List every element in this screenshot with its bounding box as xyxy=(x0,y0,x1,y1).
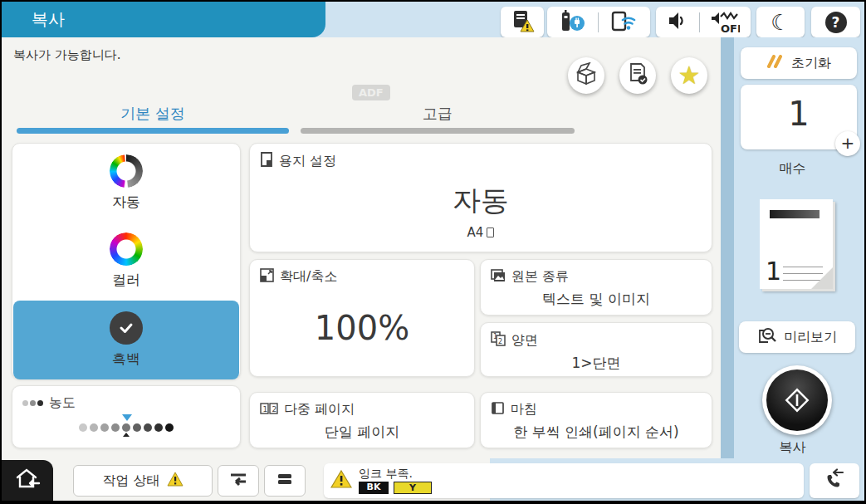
original-type-panel[interactable]: 원본 종류 텍스트 및 이미지 xyxy=(480,259,712,316)
sidebar-divider xyxy=(721,37,734,458)
multi-page-panel[interactable]: 1 2 다중 페이지 단일 페이지 xyxy=(249,392,475,448)
warning-triangle-icon xyxy=(167,472,183,490)
density-pointer-icon xyxy=(123,433,130,437)
increment-button[interactable]: + xyxy=(835,131,860,156)
tab-basic-settings[interactable]: 기본 설정 xyxy=(17,104,289,124)
interrupt-job-button[interactable] xyxy=(218,465,259,497)
start-button-label: 복사 xyxy=(721,439,864,457)
preview-label: 미리보기 xyxy=(784,329,837,346)
quiet-mode-off-icon: OFF xyxy=(710,10,740,35)
preview-button[interactable]: 미리보기 xyxy=(739,321,855,353)
presets-button[interactable] xyxy=(619,57,656,94)
start-diamond-icon xyxy=(780,384,814,417)
ink-chip-black: BK xyxy=(359,482,389,494)
job-status-button[interactable]: 작업 상태 xyxy=(73,465,213,497)
printer-status-button[interactable] xyxy=(264,465,306,497)
copies-count-field[interactable]: 1 + xyxy=(741,85,857,149)
original-type-label: 원본 종류 xyxy=(511,268,569,286)
preview-page-number: 1 xyxy=(766,257,781,286)
color-mode-color[interactable]: 컬러 xyxy=(12,222,240,300)
duplex-value: 1>단면 xyxy=(481,354,712,373)
help-button[interactable]: ? xyxy=(811,7,860,37)
reset-label: 초기화 xyxy=(791,55,831,72)
tab-basic-underline xyxy=(17,128,289,134)
start-copy-button[interactable] xyxy=(762,365,832,435)
paper-settings-panel[interactable]: 용지 설정 자동 A4 xyxy=(249,143,712,252)
start-button-face xyxy=(766,369,828,431)
image-icon xyxy=(491,269,506,286)
open-box-icon xyxy=(575,62,598,89)
tab-advanced[interactable]: 고급 xyxy=(301,104,575,124)
color-mode-label: 자동 xyxy=(112,193,140,212)
check-circle-icon xyxy=(110,311,143,345)
svg-text:2: 2 xyxy=(272,405,277,413)
density-icon xyxy=(22,400,43,406)
duplex-panel[interactable]: 1 2 양면 1>단면 xyxy=(480,322,712,377)
svg-text:OFF: OFF xyxy=(721,22,740,35)
copies-value: 1 xyxy=(741,95,857,133)
adf-badge: ADF xyxy=(352,85,390,100)
paper-size-value: A4 xyxy=(467,225,484,240)
color-mode-bw[interactable]: 흑백 xyxy=(13,301,239,379)
color-mode-auto[interactable]: 자동 xyxy=(12,144,240,222)
document-warning-icon xyxy=(510,9,535,36)
multi-page-label: 다중 페이지 xyxy=(284,401,355,418)
two-sided-icon: 1 2 xyxy=(491,331,506,350)
tab-advanced-underline xyxy=(301,128,575,134)
speaker-icon xyxy=(667,10,688,35)
paper-icon xyxy=(260,152,273,170)
document-check-icon xyxy=(626,62,649,89)
phone-handset-icon xyxy=(823,468,846,493)
paper-settings-label: 용지 설정 xyxy=(279,153,336,170)
favorites-button[interactable]: ★ xyxy=(671,57,707,94)
stacked-trays-icon xyxy=(276,472,294,490)
status-message: 복사가 가능합니다. xyxy=(13,47,121,63)
preview-magnifier-icon xyxy=(757,326,777,348)
network-status-group[interactable] xyxy=(547,7,650,37)
copy-preview-thumbnail: 1 xyxy=(760,199,833,289)
home-button[interactable] xyxy=(2,460,53,501)
right-sidebar: 초기화 1 + 매수 1 미리보기 xyxy=(721,37,864,501)
multi-page-icon: 1 2 xyxy=(260,402,278,418)
zoom-panel[interactable]: 확대/축소 100% xyxy=(249,259,475,377)
interrupt-arrow-icon xyxy=(228,471,248,491)
sound-settings-group[interactable]: OFF xyxy=(656,7,751,37)
help-icon: ? xyxy=(825,12,847,33)
divider xyxy=(699,12,700,32)
density-marker-icon xyxy=(122,414,132,421)
svg-text:1: 1 xyxy=(263,405,268,413)
finishing-icon xyxy=(491,401,505,418)
resize-icon xyxy=(260,268,274,286)
density-slider[interactable] xyxy=(79,420,174,435)
answer-phone-button[interactable] xyxy=(810,463,859,498)
reset-button[interactable]: 초기화 xyxy=(741,47,857,79)
zoom-label: 확대/축소 xyxy=(280,268,337,286)
finishing-label: 마침 xyxy=(511,401,537,418)
ink-warning-icon xyxy=(330,469,352,492)
multi-page-value: 단일 페이지 xyxy=(250,423,474,442)
sleep-moon-icon: ☾ xyxy=(771,12,790,33)
original-type-value: 텍스트 및 이미지 xyxy=(481,290,712,309)
finishing-panel[interactable]: 마침 한 부씩 인쇄(페이지 순서) xyxy=(480,392,712,448)
color-mode-card: 자동 컬러 흑백 xyxy=(12,143,241,379)
ink-status-bar[interactable]: 잉크 부족. BK Y xyxy=(324,463,804,498)
output-tray-button[interactable] xyxy=(568,57,604,94)
copies-label: 매수 xyxy=(721,160,864,178)
divider xyxy=(598,12,599,32)
density-panel[interactable]: 농도 xyxy=(12,385,241,448)
portrait-page-icon xyxy=(487,228,494,237)
color-mode-label: 흑백 xyxy=(112,350,140,369)
smartphone-wifi-icon xyxy=(610,9,638,36)
auto-color-ring-icon xyxy=(110,154,143,188)
job-status-label: 작업 상태 xyxy=(102,472,159,490)
sleep-button[interactable]: ☾ xyxy=(756,7,805,37)
svg-text:2: 2 xyxy=(498,338,502,345)
preview-header-bar xyxy=(770,210,820,218)
ink-chip-yellow: Y xyxy=(394,482,432,494)
home-icon xyxy=(13,467,42,495)
color-mode-label: 컬러 xyxy=(112,271,140,290)
job-status-warning-button[interactable] xyxy=(501,7,544,37)
page-title: 복사 xyxy=(2,2,325,37)
zoom-value: 100% xyxy=(250,309,474,347)
color-ring-icon xyxy=(110,232,143,266)
